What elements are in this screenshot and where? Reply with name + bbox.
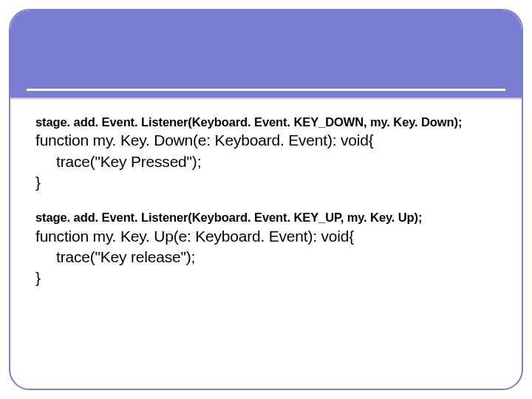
code-line-fn-keyup-close: } [35,267,497,288]
header-divider [10,98,522,99]
slide-frame: stage. add. Event. Listener(Keyboard. Ev… [9,9,523,390]
spacer [35,193,497,209]
header-band [10,10,522,98]
code-line-trace-pressed: trace("Key Pressed"); [35,151,497,172]
code-line-listener-keyup: stage. add. Event. Listener(Keyboard. Ev… [35,209,497,225]
code-line-fn-keydown-close: } [35,172,497,193]
code-line-listener-keydown: stage. add. Event. Listener(Keyboard. Ev… [35,114,497,130]
code-line-trace-release: trace("Key release"); [35,247,497,267]
code-content: stage. add. Event. Listener(Keyboard. Ev… [35,114,497,289]
code-line-fn-keydown-open: function my. Key. Down(e: Keyboard. Even… [35,130,497,151]
code-line-fn-keyup-open: function my. Key. Up(e: Keyboard. Event)… [35,226,497,247]
header-underline [27,89,505,91]
